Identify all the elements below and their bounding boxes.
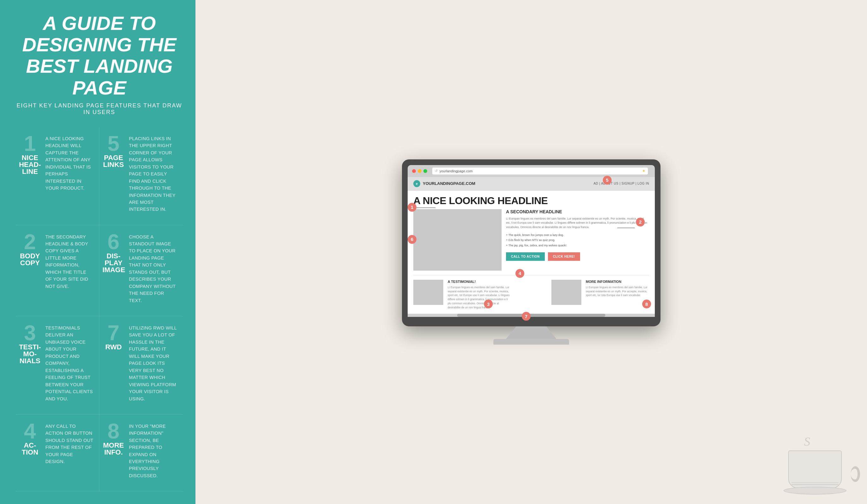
site-bottom: A TESTIMONIAL! Li Europan lingues es mem… xyxy=(408,275,655,314)
feature-item-8: 8 MOREINFO. In your "more information" s… xyxy=(99,415,183,491)
steam-icon: S xyxy=(804,434,810,449)
feature-name-6: DIS-PLAYIMAGE xyxy=(103,253,125,273)
coffee-cup: S xyxy=(788,447,851,498)
site-domain: YOURLANDINGPAGE.COM xyxy=(423,181,475,186)
traffic-lights xyxy=(412,169,427,173)
feature-desc-5: Placing links in the upper right corner … xyxy=(129,134,177,213)
bullet-1: + The quick, brown fox jumps over a lazy… xyxy=(506,232,649,238)
site-buttons: CALL TO ACTION CLICK HERE! xyxy=(506,252,649,261)
monitor: ↺ yourlandingpage.com ★ e YOURLANDINGPAG… xyxy=(402,160,661,345)
site-copy: A SECONDARY HEADLINE Li Europan lingues … xyxy=(506,209,649,271)
testimonial-title: A TESTIMONIAL! xyxy=(448,280,511,284)
feature-num-label-7: 7 RWD xyxy=(103,323,125,351)
scrollbar-thumb[interactable] xyxy=(457,314,605,317)
testimonial-image xyxy=(413,280,443,305)
minimize-traffic-light[interactable] xyxy=(418,169,421,173)
features-grid: 1 NICEHEAD-LINE A nice looking headline … xyxy=(16,127,183,491)
feature-num-3: 3 xyxy=(19,323,41,342)
monitor-stand xyxy=(506,326,556,339)
feature-name-4: AC-TION xyxy=(19,442,41,456)
feature-name-8: MOREINFO. xyxy=(103,442,125,456)
feature-item-1: 1 NICEHEAD-LINE A nice looking headline … xyxy=(16,127,99,225)
feature-num-label-3: 3 TESTI-MO-NIALS xyxy=(19,323,41,364)
monitor-base xyxy=(493,339,569,344)
feature-desc-2: The secondary headline & body copy gives… xyxy=(45,232,93,290)
feature-num-4: 4 xyxy=(19,421,41,441)
feature-desc-3: Testimonials deliver an unbiased voice a… xyxy=(45,323,93,402)
badge-2: 2 xyxy=(636,218,645,227)
bullet-3: + The jay, pig, fox, zebra, and my wolve… xyxy=(506,243,649,248)
site-body: A SECONDARY HEADLINE Li Europan lingues … xyxy=(408,209,655,275)
display-image-placeholder xyxy=(413,209,502,271)
badge-4: 4 xyxy=(515,269,524,278)
feature-num-label-2: 2 BODYCOPY xyxy=(19,232,41,266)
badge-5: 5 xyxy=(603,176,612,185)
close-traffic-light[interactable] xyxy=(412,169,416,173)
site-nav: e YOURLANDINGPAGE.COM AD | ABOUT US | SI… xyxy=(408,177,655,190)
monitor-top-bar: ↺ yourlandingpage.com ★ xyxy=(408,165,655,177)
badge-6: 6 xyxy=(408,235,417,244)
feature-item-3: 3 TESTI-MO-NIALS Testimonials deliver an… xyxy=(16,316,99,415)
cup-handle xyxy=(850,466,860,482)
badge-1: 1 xyxy=(408,203,417,212)
maximize-traffic-light[interactable] xyxy=(424,169,427,173)
feature-num-label-4: 4 AC-TION xyxy=(19,421,41,456)
feature-num-2: 2 xyxy=(19,232,41,251)
browser-scrollbar[interactable] xyxy=(408,314,655,317)
monitor-wrapper: ↺ yourlandingpage.com ★ e YOURLANDINGPAG… xyxy=(402,160,661,345)
feature-desc-7: Utilizing RWD will save you a lot of has… xyxy=(129,323,177,402)
feature-name-5: PAGELINKS xyxy=(103,154,125,168)
feature-num-7: 7 xyxy=(103,323,125,342)
more-info-title: MORE INFORMATION xyxy=(586,280,649,284)
feature-desc-1: A nice looking headline will capture the… xyxy=(45,134,93,192)
right-panel: ↺ yourlandingpage.com ★ e YOURLANDINGPAG… xyxy=(195,0,867,504)
feature-num-label-5: 5 PAGELINKS xyxy=(103,134,125,168)
feature-desc-4: Any call to action or button should stan… xyxy=(45,421,93,465)
arrow-2 xyxy=(617,228,635,228)
feature-name-1: NICEHEAD-LINE xyxy=(19,154,41,175)
main-title: A Guide to Designing the Best Landing Pa… xyxy=(16,13,183,99)
address-bar[interactable]: ↺ yourlandingpage.com ★ xyxy=(432,167,648,175)
secondary-headline: A SECONDARY HEADLINE xyxy=(506,209,649,214)
feature-num-8: 8 xyxy=(103,421,125,441)
monitor-screen-outer: ↺ yourlandingpage.com ★ e YOURLANDINGPAG… xyxy=(402,160,661,327)
feature-name-2: BODYCOPY xyxy=(19,253,41,266)
feature-name-3: TESTI-MO-NIALS xyxy=(19,344,41,364)
left-panel: A Guide to Designing the Best Landing Pa… xyxy=(0,0,195,504)
site-logo: e YOURLANDINGPAGE.COM xyxy=(413,180,475,187)
site-headline: A NICE LOOKING HEADLINE xyxy=(408,190,655,209)
feature-num-1: 1 xyxy=(19,134,41,153)
feature-item-2: 2 BODYCOPY The secondary headline & body… xyxy=(16,225,99,316)
coffee-cup-area: S xyxy=(772,391,861,504)
cta-button[interactable]: CALL TO ACTION xyxy=(506,252,545,261)
feature-num-6: 6 xyxy=(103,232,125,251)
feature-num-5: 5 xyxy=(103,134,125,153)
feature-item-6: 6 DIS-PLAYIMAGE Choose a standout image … xyxy=(99,225,183,316)
feature-num-label-6: 6 DIS-PLAYIMAGE xyxy=(103,232,125,273)
site-nav-links: AD | ABOUT US | SIGNUP | LOG IN xyxy=(594,182,649,185)
site-bullets: + The quick, brown fox jumps over a lazy… xyxy=(506,232,649,248)
arrow-1 xyxy=(417,208,435,208)
bullet-2: + DJs flock by when MTV ax quiz prog. xyxy=(506,238,649,243)
cup-body xyxy=(788,450,842,488)
feature-item-7: 7 RWD Utilizing RWD will save you a lot … xyxy=(99,316,183,415)
more-info-text: Li Europan lingues es membres del sam fa… xyxy=(586,285,649,297)
more-info-copy: MORE INFORMATION Li Europan lingues es m… xyxy=(586,280,649,310)
subtitle: Eight Key Landing Page Features That Dra… xyxy=(16,102,183,116)
feature-item-5: 5 PAGELINKS Placing links in the upper r… xyxy=(99,127,183,225)
more-info-image xyxy=(552,280,581,305)
feature-item-4: 4 AC-TION Any call to action or button s… xyxy=(16,415,99,491)
click-here-button[interactable]: CLICK HERE! xyxy=(548,252,580,261)
feature-num-label-8: 8 MOREINFO. xyxy=(103,421,125,456)
address-bar-text: yourlandingpage.com xyxy=(439,169,473,173)
feature-desc-6: Choose a standout image to place on your… xyxy=(129,232,177,304)
site-content: e YOURLANDINGPAGE.COM AD | ABOUT US | SI… xyxy=(408,177,655,317)
feature-num-label-1: 1 NICEHEAD-LINE xyxy=(19,134,41,175)
testimonial-copy: A TESTIMONIAL! Li Europan lingues es mem… xyxy=(448,280,511,310)
logo-icon: e xyxy=(413,180,420,187)
testimonial-text: Li Europan lingues es membres del sam fa… xyxy=(448,285,511,310)
feature-desc-8: In your "more information" section, be p… xyxy=(129,421,177,480)
feature-name-7: RWD xyxy=(103,344,125,351)
cup-saucer xyxy=(783,487,846,495)
